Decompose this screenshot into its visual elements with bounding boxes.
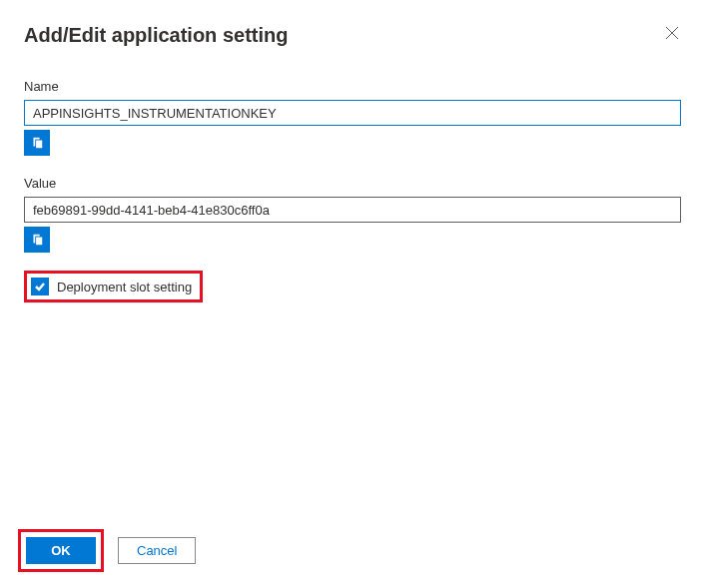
ok-highlight: OK xyxy=(18,529,104,572)
copy-value-button[interactable] xyxy=(24,227,50,253)
value-input[interactable] xyxy=(24,197,681,223)
close-icon xyxy=(665,26,679,40)
deployment-slot-checkbox[interactable] xyxy=(31,278,49,295)
page-title: Add/Edit application setting xyxy=(24,24,288,47)
deployment-slot-label: Deployment slot setting xyxy=(57,280,192,294)
copy-icon xyxy=(30,233,44,247)
value-label: Value xyxy=(24,176,681,191)
checkmark-icon xyxy=(34,281,46,293)
copy-icon xyxy=(30,136,44,150)
checkbox-highlight: Deployment slot setting xyxy=(24,271,203,302)
copy-name-button[interactable] xyxy=(24,130,50,156)
name-label: Name xyxy=(24,79,681,94)
name-input[interactable] xyxy=(24,100,681,126)
cancel-button[interactable]: Cancel xyxy=(118,537,196,564)
ok-button[interactable]: OK xyxy=(26,537,96,564)
close-button[interactable] xyxy=(663,24,681,45)
